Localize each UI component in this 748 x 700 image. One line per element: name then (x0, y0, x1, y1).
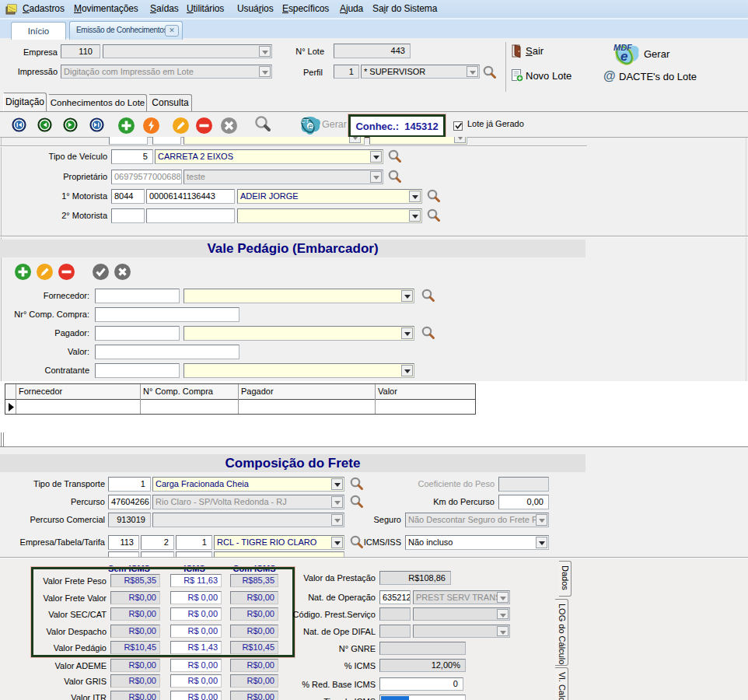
svg-text:e: e (309, 122, 313, 131)
svg-text:e: e (620, 49, 627, 64)
